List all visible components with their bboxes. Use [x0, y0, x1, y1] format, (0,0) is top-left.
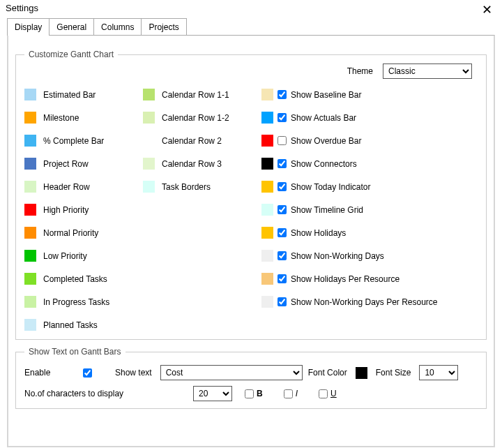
color-swatch: [24, 296, 36, 308]
option-show-non-working-days: Show Non-Working Days: [261, 244, 478, 267]
checkbox-show-timeline-grid[interactable]: [277, 205, 287, 214]
color-item-project-row[interactable]: Project Row: [24, 152, 143, 175]
tab-general[interactable]: General: [49, 18, 94, 35]
color-swatch: [143, 112, 155, 124]
color-swatch: [143, 89, 155, 100]
font-color-label: Font Color: [308, 368, 347, 378]
checkbox-show-overdue-bar[interactable]: [277, 136, 287, 145]
color-item-in-progress-tasks[interactable]: In Progress Tasks: [24, 290, 143, 313]
show-text-select[interactable]: Cost: [160, 365, 303, 380]
color-item-label: % Complete Bar: [43, 136, 104, 146]
color-item-label: High Priority: [43, 205, 89, 215]
color-item-calendar-row-2[interactable]: Calendar Row 2: [143, 129, 261, 152]
color-item-high-priority[interactable]: High Priority: [24, 198, 143, 221]
color-swatch: [24, 158, 36, 170]
option-label: Show Connectors: [291, 159, 357, 169]
option-label: Show Non-Working Days: [291, 251, 384, 261]
color-swatch: [24, 181, 36, 193]
color-swatch[interactable]: [261, 296, 273, 308]
option-label: Show Actuals Bar: [291, 113, 356, 123]
option-show-today-indicator: Show Today Indicator: [261, 175, 478, 198]
checkbox-show-baseline-bar[interactable]: [277, 90, 287, 99]
color-item-label: Calendar Row 2: [162, 136, 222, 146]
color-swatch[interactable]: [261, 89, 273, 100]
checkbox-show-non-working-days[interactable]: [277, 251, 287, 260]
tab-display[interactable]: Display: [7, 18, 50, 36]
tab-columns[interactable]: Columns: [93, 18, 142, 35]
color-swatch: [24, 273, 36, 285]
option-label: Show Non-Working Days Per Resource: [291, 297, 438, 307]
close-icon[interactable]: ✕: [476, 3, 498, 17]
window-title: Settings: [6, 3, 38, 13]
checkbox-show-connectors[interactable]: [277, 159, 287, 168]
title-bar: Settings ✕: [0, 0, 502, 17]
checkbox-bold[interactable]: [245, 389, 254, 398]
checkbox-show-holidays-per-resource[interactable]: [277, 274, 287, 283]
groupbox-legend: Show Text on Gantt Bars: [24, 347, 126, 357]
checkbox-italic[interactable]: [284, 389, 293, 398]
chars-select[interactable]: 20: [193, 386, 232, 401]
color-swatch[interactable]: [261, 273, 273, 285]
checkbox-show-holidays[interactable]: [277, 228, 287, 237]
color-item-label: In Progress Tasks: [43, 297, 109, 307]
color-item-normal-priority[interactable]: Normal Priority: [24, 221, 143, 244]
color-swatch: [24, 250, 36, 262]
checkbox-enable-text[interactable]: [83, 368, 92, 378]
checkbox-underline[interactable]: [319, 389, 328, 398]
color-item-label: Header Row: [43, 182, 90, 192]
color-item-estimated-bar[interactable]: Estimated Bar: [24, 83, 143, 106]
bold-label: B: [257, 389, 263, 398]
color-item-label: Milestone: [43, 113, 79, 123]
color-swatch[interactable]: [261, 135, 273, 147]
option-label: Show Holidays Per Resource: [291, 274, 400, 284]
color-swatch[interactable]: [261, 250, 273, 262]
option-label: Show Holidays: [291, 228, 346, 238]
option-show-actuals-bar: Show Actuals Bar: [261, 106, 478, 129]
color-swatch[interactable]: [261, 158, 273, 170]
option-show-non-working-days-per-resource: Show Non-Working Days Per Resource: [261, 290, 478, 313]
color-item-label: Project Row: [43, 159, 89, 169]
color-swatch: [24, 319, 36, 331]
color-swatch[interactable]: [261, 112, 273, 124]
color-swatch[interactable]: [261, 204, 273, 216]
groupbox-legend: Customize Gantt Chart: [24, 50, 118, 59]
color-item-calendar-row-1-2[interactable]: Calendar Row 1-2: [143, 106, 261, 129]
option-show-overdue-bar: Show Overdue Bar: [261, 129, 478, 152]
color-swatch: [24, 112, 36, 124]
font-size-select[interactable]: 10: [419, 365, 458, 380]
color-swatch[interactable]: [261, 181, 273, 193]
color-swatch: [24, 227, 36, 239]
color-item-label: Task Borders: [162, 182, 211, 192]
color-item-label: Estimated Bar: [43, 90, 96, 100]
color-swatch: [24, 204, 36, 216]
color-item-task-borders[interactable]: Task Borders: [143, 175, 261, 198]
color-item-header-row[interactable]: Header Row: [24, 175, 143, 198]
color-item-label: Calendar Row 1-2: [162, 113, 229, 123]
checkbox-show-today-indicator[interactable]: [277, 182, 287, 191]
tab-projects[interactable]: Projects: [141, 18, 186, 35]
color-item-percent-complete-bar[interactable]: % Complete Bar: [24, 129, 143, 152]
font-color-swatch[interactable]: [356, 367, 367, 379]
color-item-calendar-row-1-1[interactable]: Calendar Row 1-1: [143, 83, 261, 106]
option-show-holidays-per-resource: Show Holidays Per Resource: [261, 267, 478, 290]
color-item-label: Low Priority: [43, 251, 87, 261]
option-show-holidays: Show Holidays: [261, 221, 478, 244]
color-item-completed-tasks[interactable]: Completed Tasks: [24, 267, 143, 290]
color-item-milestone[interactable]: Milestone: [24, 106, 143, 129]
tabstrip: Display General Columns Projects: [0, 17, 502, 35]
checkbox-show-non-working-days-per-resource[interactable]: [277, 297, 287, 306]
color-item-label: Calendar Row 3: [162, 159, 222, 169]
color-item-planned-tasks[interactable]: Planned Tasks: [24, 313, 143, 336]
color-swatch: [143, 158, 155, 170]
color-swatch[interactable]: [261, 227, 273, 239]
theme-select[interactable]: Classic: [383, 64, 472, 79]
checkbox-show-actuals-bar[interactable]: [277, 113, 287, 122]
color-item-low-priority[interactable]: Low Priority: [24, 244, 143, 267]
italic-label: I: [296, 389, 298, 398]
color-item-label: Normal Priority: [43, 228, 98, 238]
color-item-calendar-row-3[interactable]: Calendar Row 3: [143, 152, 261, 175]
color-swatch: [24, 135, 36, 147]
color-item-label: Planned Tasks: [43, 320, 98, 330]
theme-label: Theme: [347, 66, 373, 76]
chars-label: No.of characters to display: [24, 389, 185, 398]
